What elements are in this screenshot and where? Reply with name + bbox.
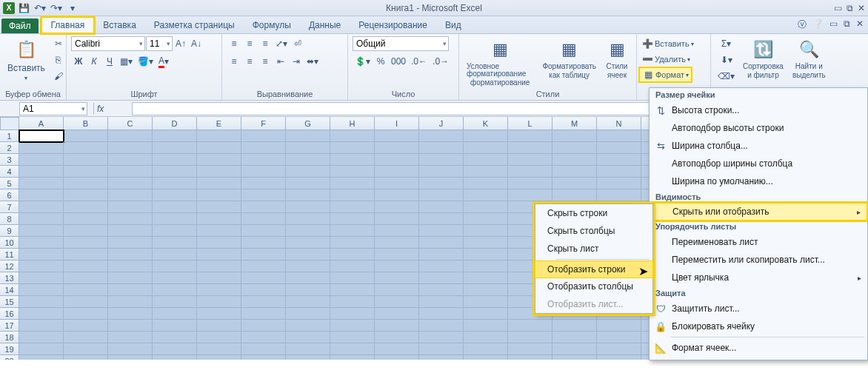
cell[interactable] — [286, 225, 330, 237]
cell[interactable] — [286, 201, 330, 213]
cell[interactable] — [286, 154, 330, 166]
cell[interactable] — [286, 142, 330, 154]
format-cells-button[interactable]: ▦Формат▾ — [639, 67, 692, 82]
cell[interactable] — [241, 320, 286, 332]
cell[interactable] — [508, 166, 552, 178]
cell[interactable] — [508, 189, 552, 201]
clear-icon[interactable]: ⌫▾ — [715, 69, 737, 84]
cell[interactable] — [241, 166, 286, 178]
column-header[interactable]: I — [375, 117, 419, 130]
cell[interactable] — [197, 343, 241, 355]
menu-row-height[interactable]: ⇅Высота строки... — [650, 101, 867, 119]
cell[interactable] — [64, 343, 108, 355]
cell[interactable] — [197, 237, 241, 249]
cell[interactable] — [197, 272, 241, 284]
menu-lock-cell[interactable]: 🔒Блокировать ячейку — [650, 317, 867, 335]
cell[interactable] — [153, 154, 197, 166]
format-painter-icon[interactable]: 🖌 — [51, 69, 66, 84]
cell[interactable] — [153, 249, 197, 261]
save-icon[interactable]: 💾 — [16, 1, 31, 15]
submenu-show-cols[interactable]: Отобразить столбцы — [535, 278, 652, 295]
cell[interactable] — [464, 142, 508, 154]
menu-rename-sheet[interactable]: Переименовать лист — [650, 233, 867, 251]
cell[interactable] — [153, 343, 197, 355]
cell[interactable] — [419, 343, 464, 355]
cell[interactable] — [375, 343, 419, 355]
cell[interactable] — [153, 166, 197, 178]
cell[interactable] — [108, 237, 153, 249]
cell[interactable] — [241, 272, 286, 284]
cell[interactable] — [19, 249, 64, 261]
cell[interactable] — [375, 142, 419, 154]
cell[interactable] — [153, 272, 197, 284]
menu-default-width[interactable]: Ширина по умолчанию... — [650, 172, 867, 190]
menu-col-width[interactable]: ⇆Ширина столбца... — [650, 137, 867, 155]
cell[interactable] — [19, 284, 64, 296]
qat-customize-icon[interactable]: ▾ — [65, 1, 80, 15]
cell[interactable] — [153, 308, 197, 320]
cell[interactable] — [330, 178, 375, 189]
column-header[interactable]: N — [597, 117, 641, 130]
cell[interactable] — [464, 178, 508, 189]
restore-icon[interactable]: ⧉ — [847, 3, 853, 13]
cell[interactable] — [597, 154, 641, 166]
cell[interactable] — [375, 308, 419, 320]
cell[interactable] — [508, 355, 552, 360]
cut-icon[interactable]: ✂ — [51, 36, 66, 51]
cell[interactable] — [197, 142, 241, 154]
cell[interactable] — [286, 166, 330, 178]
cell[interactable] — [508, 130, 552, 142]
font-color-icon[interactable]: A▾ — [156, 54, 171, 69]
cell[interactable] — [330, 154, 375, 166]
cell[interactable] — [241, 284, 286, 296]
cell[interactable] — [419, 237, 464, 249]
cell[interactable] — [419, 308, 464, 320]
cell[interactable] — [330, 261, 375, 272]
cell[interactable] — [241, 189, 286, 201]
cell[interactable] — [153, 213, 197, 225]
row-header[interactable]: 19 — [0, 343, 19, 355]
cell[interactable] — [19, 225, 64, 237]
row-header[interactable]: 5 — [0, 178, 19, 189]
menu-format-cells-dialog[interactable]: 📐Формат ячеек... — [650, 339, 867, 357]
cell[interactable] — [197, 201, 241, 213]
cell[interactable] — [64, 332, 108, 343]
cell[interactable] — [19, 343, 64, 355]
cell[interactable] — [153, 142, 197, 154]
cell[interactable] — [19, 272, 64, 284]
cell[interactable] — [597, 166, 641, 178]
menu-autofit-col[interactable]: Автоподбор ширины столбца — [650, 155, 867, 172]
tab-insert[interactable]: Вставка — [94, 18, 145, 33]
cell[interactable] — [375, 225, 419, 237]
cell[interactable] — [64, 355, 108, 360]
submenu-hide-sheet[interactable]: Скрыть лист — [535, 240, 652, 258]
insert-cells-button[interactable]: ➕Вставить▾ — [639, 36, 696, 51]
cell[interactable] — [330, 308, 375, 320]
cell[interactable] — [464, 332, 508, 343]
cell[interactable] — [464, 201, 508, 213]
row-header[interactable]: 12 — [0, 261, 19, 272]
row-header[interactable]: 11 — [0, 249, 19, 261]
cell[interactable] — [375, 166, 419, 178]
cell[interactable] — [19, 237, 64, 249]
cell[interactable] — [464, 355, 508, 360]
cell[interactable] — [464, 213, 508, 225]
format-as-table-button[interactable]: ▦ Форматировать как таблицу — [539, 36, 599, 81]
cell[interactable] — [508, 142, 552, 154]
cell[interactable] — [19, 296, 64, 308]
copy-icon[interactable]: ⎘ — [51, 53, 66, 67]
menu-protect-sheet[interactable]: 🛡Защитить лист... — [650, 300, 867, 317]
cell[interactable] — [64, 201, 108, 213]
cell[interactable] — [197, 320, 241, 332]
fill-icon[interactable]: ⬇▾ — [715, 53, 737, 67]
cell[interactable] — [419, 201, 464, 213]
fx-icon[interactable]: fx — [97, 104, 104, 114]
sort-filter-button[interactable]: 🔃 Сортировка и фильтр — [740, 36, 787, 81]
cell[interactable] — [286, 178, 330, 189]
cell[interactable] — [552, 332, 597, 343]
fill-color-icon[interactable]: 🪣▾ — [136, 54, 156, 69]
cell[interactable] — [419, 225, 464, 237]
tab-data[interactable]: Данные — [300, 18, 350, 33]
row-header[interactable]: 10 — [0, 237, 19, 249]
tab-formulas[interactable]: Формулы — [244, 18, 300, 33]
